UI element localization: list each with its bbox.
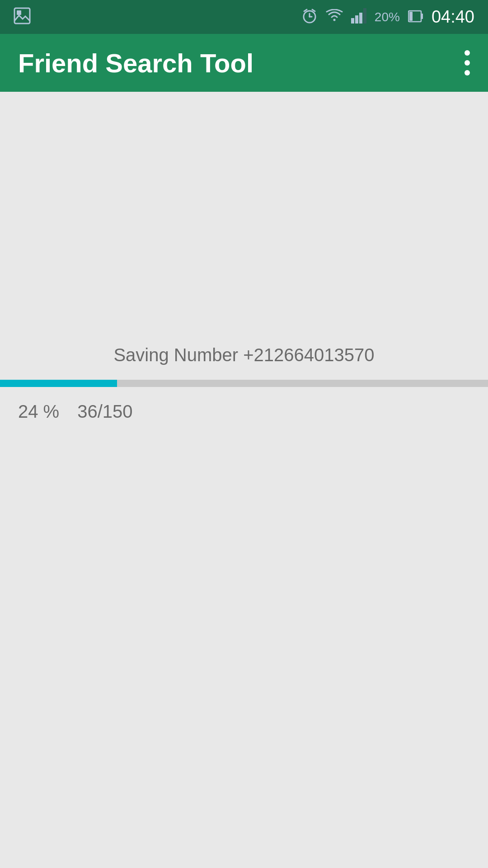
svg-rect-12 xyxy=(421,14,423,19)
status-bar-right: 20% 04:40 xyxy=(301,7,474,27)
battery-percent: 20% xyxy=(375,10,400,24)
status-bar: 20% 04:40 xyxy=(0,0,488,34)
svg-rect-10 xyxy=(363,8,366,24)
wifi-icon xyxy=(326,9,343,25)
svg-rect-7 xyxy=(351,18,354,24)
svg-rect-9 xyxy=(359,13,362,24)
alarm-icon xyxy=(301,8,318,26)
image-icon xyxy=(14,7,31,27)
main-content: Saving Number +212664013570 24 % 36/150 xyxy=(0,92,488,868)
more-options-button[interactable] xyxy=(465,50,470,75)
progress-bar-fill xyxy=(0,380,117,387)
signal-icon xyxy=(351,8,366,26)
svg-rect-8 xyxy=(355,15,358,24)
app-title: Friend Search Tool xyxy=(18,48,253,78)
progress-bar-track xyxy=(0,380,488,387)
svg-rect-1 xyxy=(17,10,21,15)
progress-count-label: 36/150 xyxy=(77,401,132,422)
progress-percent-label: 24 % xyxy=(18,401,59,422)
svg-rect-0 xyxy=(14,8,30,24)
progress-stats: 24 % 36/150 xyxy=(0,401,488,422)
saving-status-text: Saving Number +212664013570 xyxy=(0,345,488,365)
status-bar-left xyxy=(14,7,31,27)
status-time: 04:40 xyxy=(432,7,474,27)
svg-rect-13 xyxy=(409,12,413,21)
battery-icon xyxy=(408,9,423,26)
app-bar: Friend Search Tool xyxy=(0,34,488,92)
